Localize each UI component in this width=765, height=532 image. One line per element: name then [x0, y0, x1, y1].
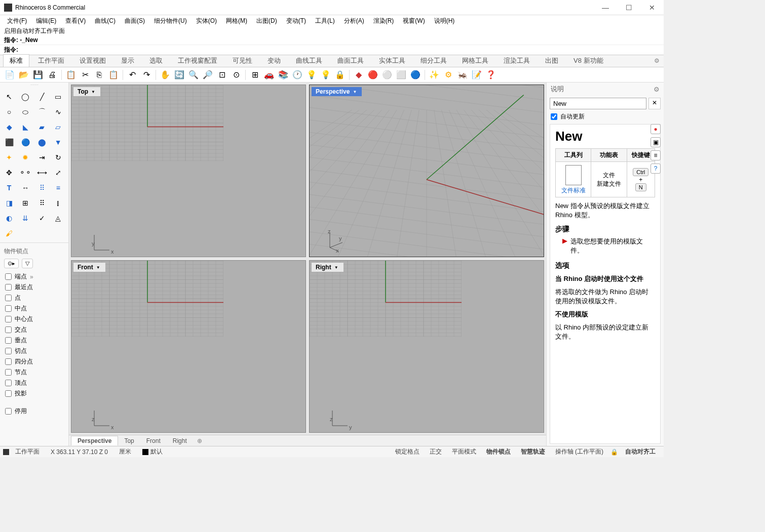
star-icon[interactable]: ✨ [428, 68, 441, 81]
loft-icon[interactable]: ▱ [51, 120, 65, 134]
move-icon[interactable]: ✥ [2, 166, 16, 180]
maximize-button[interactable]: ☐ [617, 0, 640, 15]
toolbar-tab[interactable]: 网格工具 [455, 54, 495, 67]
render-icon[interactable]: 🔴 [366, 68, 379, 81]
osnap-checkbox[interactable] [5, 390, 12, 397]
view-4-icon[interactable]: ⊞ [248, 68, 261, 81]
arc-icon[interactable]: ⌒ [35, 105, 49, 119]
status-toggle[interactable]: 正交 [425, 447, 447, 456]
osnap-checkbox[interactable] [5, 284, 12, 291]
viewport-right[interactable]: Right▼ z y [309, 260, 544, 433]
osnap-pause[interactable]: 停用 [4, 406, 64, 417]
open-icon[interactable]: 📂 [17, 68, 30, 81]
status-layer[interactable]: 默认 [137, 447, 168, 456]
osnap-checkbox[interactable] [5, 273, 12, 280]
code-icon[interactable]: 📝 [470, 68, 483, 81]
group-icon[interactable]: ⚬⚬ [18, 166, 32, 180]
red-circle-icon[interactable]: ● [651, 124, 661, 134]
close-button[interactable]: ✕ [640, 0, 664, 15]
osnap-checkbox[interactable] [5, 408, 12, 415]
toolbar-tab[interactable]: 变动 [261, 54, 287, 67]
lasso-icon[interactable]: ◯ [18, 90, 32, 104]
menu-item[interactable]: 视窗(W) [399, 16, 429, 26]
command-input-row[interactable]: 指令: [0, 45, 664, 55]
chevron-right-icon[interactable]: » [30, 273, 33, 280]
status-toggle[interactable]: 锁定格点 [390, 447, 425, 456]
paint-icon[interactable]: 🖌 [2, 226, 16, 240]
toolbar-tab[interactable]: V8 新功能 [567, 54, 610, 67]
shade-icon[interactable]: ◆ [352, 68, 365, 81]
viewport-perspective[interactable]: Perspective▼ z y x [309, 85, 544, 257]
paste-icon[interactable]: 📋 [107, 68, 120, 81]
menu-item[interactable]: 文件(F) [3, 16, 31, 26]
status-units[interactable]: 厘米 [114, 447, 136, 456]
osnap-item[interactable]: 中心点 [4, 314, 64, 324]
scale-icon[interactable]: ⤢ [51, 166, 65, 180]
grasshopper-icon[interactable]: 🦗 [456, 68, 469, 81]
circle-icon[interactable]: ○ [2, 105, 16, 119]
polyline-icon[interactable]: ╱ [35, 90, 49, 104]
mirror-icon[interactable]: ⟷ [35, 166, 49, 180]
osnap-item[interactable]: 交点 [4, 324, 64, 335]
dim-icon[interactable]: ↔ [18, 181, 32, 195]
viewport-tab[interactable]: Perspective [71, 436, 118, 445]
toolbar-tab[interactable]: 曲面工具 [331, 54, 370, 67]
viewport-label-top[interactable]: Top▼ [73, 87, 100, 96]
menu-item[interactable]: 变动(T) [282, 16, 310, 26]
zoom-selected-icon[interactable]: ⊙ [230, 68, 243, 81]
redo-icon[interactable]: ↷ [140, 68, 153, 81]
render-sphere-icon[interactable]: 🔵 [409, 68, 422, 81]
revolve-icon[interactable]: ↻ [51, 150, 65, 165]
menu-item[interactable]: 查看(V) [61, 16, 90, 26]
osnap-checkbox[interactable] [5, 305, 12, 312]
new-icon[interactable]: 📄 [3, 68, 16, 81]
viewport-label-perspective[interactable]: Perspective▼ [312, 87, 362, 96]
project-icon[interactable]: ⇊ [18, 211, 32, 225]
menu-item[interactable]: 曲面(S) [121, 16, 149, 26]
minimize-button[interactable]: — [594, 0, 617, 15]
osnap-item[interactable]: 顶点 [4, 378, 64, 388]
mesh-icon[interactable]: ◬ [51, 211, 65, 225]
osnap-item[interactable]: 切点 [4, 346, 64, 356]
osnap-item[interactable]: 中点 [4, 303, 64, 314]
layers-icon[interactable]: 📚 [277, 68, 290, 81]
help-content[interactable]: New 工具列功能表快捷键 文件标准 文件新建文件 Ctrl+N New 指令从… [550, 124, 661, 444]
viewport-top[interactable]: Top▼ y x [71, 85, 306, 257]
status-toggle[interactable]: 自动对齐工 [620, 447, 661, 456]
gear-icon[interactable]: ⚙ [654, 57, 660, 64]
box-icon[interactable]: ⬛ [2, 135, 16, 149]
status-toggle[interactable]: 智慧轨迹 [516, 447, 550, 456]
menu-item[interactable]: 工具(L) [311, 16, 339, 26]
help-search-input[interactable] [550, 98, 646, 109]
toolbar-tab[interactable]: 设置视图 [73, 54, 112, 67]
status-toggle[interactable]: 平面模式 [447, 447, 481, 456]
material-icon[interactable]: ⬜ [395, 68, 408, 81]
osnap-item[interactable]: 投影 [4, 388, 64, 399]
import-icon[interactable]: 📋 [64, 68, 78, 81]
light-icon[interactable]: 💡 [305, 68, 318, 81]
viewport-tab[interactable]: Right [167, 436, 193, 445]
cut-icon[interactable]: ✂ [79, 68, 92, 81]
pointer-icon[interactable]: ↖ [2, 90, 16, 104]
toolbar-tab[interactable]: 渲染工具 [497, 54, 537, 67]
osnap-toggle-icon[interactable]: ⊙▸ [4, 259, 19, 268]
grid-icon[interactable]: ⊞ [18, 196, 32, 210]
gear-icon[interactable]: ⚙ [654, 86, 660, 93]
toolbar-tab[interactable]: 工作视窗配置 [171, 54, 224, 67]
toolbar-tab[interactable]: 选取 [143, 54, 169, 67]
array-icon[interactable]: ⠿ [35, 181, 49, 195]
toolbar-tab[interactable]: 工作平面 [31, 54, 71, 67]
subd-icon[interactable]: ✦ [2, 150, 16, 165]
lock-icon[interactable]: 🔒 [333, 68, 347, 81]
chevron-down-icon[interactable]: ▼ [95, 265, 101, 270]
status-toggle[interactable]: 操作轴 (工作平面) [550, 447, 608, 456]
chevron-down-icon[interactable]: ▼ [352, 90, 358, 94]
osnap-checkbox[interactable] [5, 358, 12, 365]
array2-icon[interactable]: ⠿ [35, 196, 49, 210]
toolbar-tab[interactable]: 标准 [3, 54, 29, 67]
zoom-dynamic-icon[interactable]: 🔍 [187, 68, 200, 81]
rotate-icon[interactable]: 🔄 [173, 68, 186, 81]
copy-icon[interactable]: ⎘ [93, 68, 106, 81]
cone-icon[interactable]: ▼ [51, 135, 65, 149]
viewport-label-right[interactable]: Right▼ [312, 263, 343, 272]
